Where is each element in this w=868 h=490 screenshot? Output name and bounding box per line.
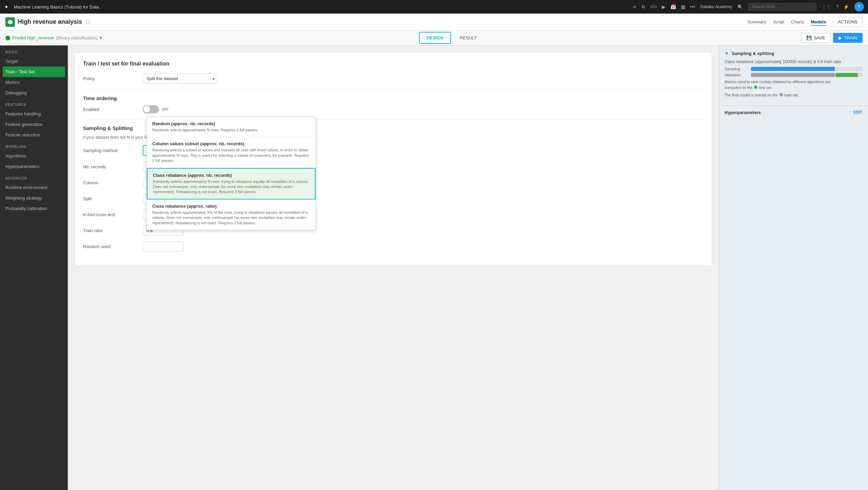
validation-progress-bar-bg xyxy=(751,73,863,77)
column-label: Column xyxy=(83,180,137,185)
sidebar-item-train-test[interactable]: Train / Test Set xyxy=(3,67,65,77)
random-seed-row: Random seed xyxy=(83,242,704,251)
sampling-summary-title[interactable]: ▼ Sampling & splitting xyxy=(725,51,863,56)
info-text-1: Metrics used to rank models obtained by … xyxy=(725,79,863,90)
sampling-progress-row: Sampling xyxy=(725,67,863,71)
app-icon xyxy=(5,17,15,27)
arrow-icon[interactable]: ⇒ xyxy=(632,4,636,10)
help-icon[interactable]: ? xyxy=(836,4,839,10)
sampling-progress-label: Sampling xyxy=(725,67,748,71)
nav-script[interactable]: Script xyxy=(773,18,784,26)
user-avatar[interactable]: T xyxy=(854,2,864,12)
play-icon: ▶ xyxy=(839,35,842,40)
svg-marker-0 xyxy=(8,20,13,24)
sidebar-item-debugging[interactable]: Debugging xyxy=(0,88,68,98)
save-button[interactable]: 💾 SAVE xyxy=(801,33,830,43)
train-dot xyxy=(780,93,783,96)
grid-icon[interactable]: ⋮⋮ xyxy=(822,4,831,10)
tab-design[interactable]: DESIGN xyxy=(419,32,451,44)
academy-label: Dataiku Academy xyxy=(701,4,732,9)
tab-result[interactable]: RESULT xyxy=(452,32,484,44)
sidebar-label-advanced: ADVANCED xyxy=(0,172,68,182)
header-nav: Summary Script Charts Models ACTIONS xyxy=(747,17,863,27)
dropdown-option-column-desc: Randomly selects a subset of values and … xyxy=(152,148,310,163)
sidebar-item-feature-reduction[interactable]: Feature reduction xyxy=(0,130,68,140)
sampling-method-label: Sampling method xyxy=(83,148,137,153)
more-icon[interactable]: ••• xyxy=(690,4,695,10)
chevron-down-icon: ▼ xyxy=(725,51,729,56)
dropdown-option-class-records-desc: Randomly selects approximately N rows, t… xyxy=(153,179,310,195)
dropdown-arrow[interactable]: ▾ xyxy=(100,35,102,40)
nav-models[interactable]: Models xyxy=(811,18,826,26)
info-text-2: The final model is trained on the train … xyxy=(725,92,863,98)
sidebar-item-metrics[interactable]: Metrics xyxy=(0,77,68,88)
toggle-thumb xyxy=(143,106,150,113)
actions-button[interactable]: ACTIONS xyxy=(833,17,863,27)
validation-bar1 xyxy=(751,73,835,77)
time-ordering-toggle[interactable]: OFF xyxy=(143,105,169,113)
sampling-progress-bar-fill xyxy=(751,67,835,71)
dropdown-option-class-records[interactable]: Class rebalance (approx. nb. records) Ra… xyxy=(147,168,316,200)
project-title: Machine Learning Basics (Tutorial) for D… xyxy=(14,4,627,10)
train-ratio-label: Train ratio xyxy=(83,228,137,233)
nb-records-label: Nb. records xyxy=(83,164,137,169)
sidebar-item-algorithms[interactable]: Algorithms xyxy=(0,151,68,161)
predict-label: Predict high_revenue xyxy=(12,35,54,40)
sidebar-section-features: FEATURES Features handling Feature gener… xyxy=(0,98,68,140)
code-icon[interactable]: </> xyxy=(650,4,657,10)
sidebar-item-target[interactable]: Target xyxy=(0,56,68,67)
dropdown-option-random[interactable]: Random (approx. nb. records) Randomly se… xyxy=(147,117,316,137)
sampling-progress-bar-bg xyxy=(751,67,863,71)
search-icon: 🔍 xyxy=(737,4,743,10)
toggle-label-text: OFF xyxy=(162,108,169,111)
table-icon[interactable]: ▦ xyxy=(681,4,685,10)
dropdown-option-random-title: Random (approx. nb. records) xyxy=(152,121,310,126)
sidebar-item-hyperparameters[interactable]: Hyperparameters xyxy=(0,161,68,172)
sidebar: BASIC Target Train / Test Set Metrics De… xyxy=(0,45,68,490)
content-area: Train / test set for final evaluation Po… xyxy=(68,45,719,490)
split-label: Split xyxy=(83,196,137,201)
info-icon[interactable]: ⓘ xyxy=(86,19,91,25)
dropdown-option-random-desc: Randomly selects approximately N rows. R… xyxy=(152,128,310,133)
dropdown-option-class-ratio[interactable]: Class rebalance (approx. ratio) Randomly… xyxy=(147,200,316,230)
edit-link[interactable]: EDIT xyxy=(853,110,863,115)
random-seed-input[interactable] xyxy=(143,242,183,251)
sidebar-item-feature-generation[interactable]: Feature generation xyxy=(0,119,68,130)
policy-select[interactable]: Split the dataset K-fold cross-test Cust… xyxy=(143,74,217,83)
dropdown-option-class-ratio-desc: Randomly selects approximately X% of the… xyxy=(152,210,310,226)
validation-progress-label: Validation xyxy=(725,73,748,77)
sub-header: Predict high_revenue (Binary classificat… xyxy=(0,31,868,45)
sidebar-item-runtime[interactable]: Runtime environment xyxy=(0,182,68,193)
header-bar: High revenue analysis ⓘ Summary Script C… xyxy=(0,14,868,31)
nav-charts[interactable]: Charts xyxy=(791,18,804,26)
policy-select-wrapper: Split the dataset K-fold cross-test Cust… xyxy=(143,74,217,83)
right-panel: ▼ Sampling & splitting Class rebalance (… xyxy=(719,45,868,490)
recycle-icon[interactable]: ♻ xyxy=(641,4,646,10)
app-logo: ✦ xyxy=(4,4,8,10)
save-icon: 💾 xyxy=(806,35,812,40)
sampling-summary-text: Class rebalance (approximately 100000 re… xyxy=(725,59,863,64)
play-icon[interactable]: ▶ xyxy=(662,4,666,10)
kfold-label: K-fold cross-test xyxy=(83,212,137,217)
hyperparams-title: Hyperparameters xyxy=(725,110,761,115)
search-input[interactable] xyxy=(748,3,816,11)
sidebar-item-weighting[interactable]: Weighting strategy xyxy=(0,193,68,203)
nav-summary[interactable]: Summary xyxy=(747,18,766,26)
train-button[interactable]: ▶ TRAIN xyxy=(833,33,863,43)
predict-icon xyxy=(5,36,10,40)
dropdown-option-column[interactable]: Column values subset (approx. nb. record… xyxy=(147,137,316,168)
sidebar-label-modeling: MODELING xyxy=(0,140,68,151)
dropdown-option-column-title: Column values subset (approx. nb. record… xyxy=(152,141,310,146)
validation-bar2 xyxy=(835,73,858,77)
enabled-label: Enabled xyxy=(83,107,137,112)
top-bar: ✦ Machine Learning Basics (Tutorial) for… xyxy=(0,0,868,14)
sidebar-section-basic: BASIC Target Train / Test Set Metrics De… xyxy=(0,45,68,98)
toggle-track[interactable] xyxy=(143,105,159,113)
main-layout: BASIC Target Train / Test Set Metrics De… xyxy=(0,45,868,490)
calendar-icon[interactable]: 📅 xyxy=(670,4,676,10)
analytics-icon[interactable]: ⚡ xyxy=(843,4,849,10)
dropdown-option-class-ratio-title: Class rebalance (approx. ratio) xyxy=(152,204,310,209)
sidebar-item-calibration[interactable]: Probability calibration xyxy=(0,203,68,214)
sidebar-section-advanced: ADVANCED Runtime environment Weighting s… xyxy=(0,172,68,214)
sidebar-item-features-handling[interactable]: Features handling xyxy=(0,109,68,119)
